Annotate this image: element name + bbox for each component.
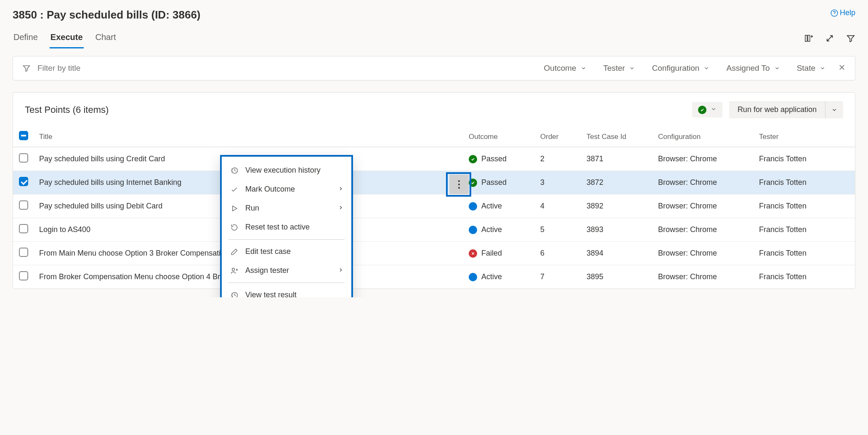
column-options-icon[interactable] xyxy=(804,34,813,45)
menu-item-label: Assign tester xyxy=(245,266,289,275)
menu-item-label: View test result xyxy=(245,291,297,297)
svg-point-5 xyxy=(458,187,460,189)
filter-chip-state[interactable]: State xyxy=(797,64,826,73)
row-order: 5 xyxy=(540,225,587,234)
help-label: Help xyxy=(840,8,855,17)
row-outcome: Passed xyxy=(481,155,507,163)
row-config: Browser: Chrome xyxy=(658,178,759,187)
svg-rect-1 xyxy=(805,35,807,41)
row-title: Pay scheduled bills using Debit Card xyxy=(39,202,162,211)
row-tester: Francis Totten xyxy=(759,225,843,234)
row-order: 6 xyxy=(540,249,587,258)
filter-title-input[interactable] xyxy=(37,63,536,73)
run-dropdown-button[interactable] xyxy=(825,101,843,118)
chevron-right-icon xyxy=(338,266,344,275)
row-outcome: Active xyxy=(481,202,502,211)
col-config[interactable]: Configuration xyxy=(658,133,759,141)
select-all-checkbox[interactable] xyxy=(19,131,28,140)
row-checkbox[interactable] xyxy=(19,200,28,210)
chevron-down-icon xyxy=(629,65,635,71)
help-link[interactable]: Help xyxy=(831,8,855,17)
svg-point-3 xyxy=(458,180,460,182)
row-outcome: Active xyxy=(481,225,502,234)
history-icon xyxy=(230,291,239,298)
row-order: 7 xyxy=(540,272,587,281)
col-title[interactable]: Title xyxy=(39,133,469,141)
filter-icon[interactable] xyxy=(846,34,855,45)
row-tester: Francis Totten xyxy=(759,272,843,281)
row-config: Browser: Chrome xyxy=(658,155,759,163)
active-icon xyxy=(469,273,477,281)
mark-outcome-button[interactable] xyxy=(692,102,722,117)
table-row[interactable]: From Broker Compensation Menu choose Opt… xyxy=(13,265,855,288)
menu-item-view-execution-history[interactable]: View execution history xyxy=(222,161,351,180)
col-outcome[interactable]: Outcome xyxy=(469,133,540,141)
row-tester: Francis Totten xyxy=(759,202,843,211)
check-icon xyxy=(230,185,239,194)
table-row[interactable]: From Main Menu choose Option 3 Broker Co… xyxy=(13,241,855,265)
menu-item-assign-tester[interactable]: Assign tester xyxy=(222,261,351,280)
row-checkbox[interactable] xyxy=(19,153,28,163)
menu-item-edit-test-case[interactable]: Edit test case xyxy=(222,242,351,261)
failed-icon xyxy=(469,249,477,258)
table-row[interactable]: Pay scheduled bills using Debit CardActi… xyxy=(13,194,855,218)
chevron-down-icon xyxy=(703,65,709,71)
row-config: Browser: Chrome xyxy=(658,249,759,258)
row-caseid: 3872 xyxy=(587,178,658,187)
row-caseid: 3892 xyxy=(587,202,658,211)
row-caseid: 3894 xyxy=(587,249,658,258)
assign-icon xyxy=(230,267,239,275)
panel-title: Test Points (6 items) xyxy=(25,104,109,115)
row-checkbox[interactable] xyxy=(19,271,28,280)
menu-item-label: View execution history xyxy=(245,166,321,175)
fullscreen-icon[interactable] xyxy=(825,34,834,45)
row-caseid: 3893 xyxy=(587,225,658,234)
tab-chart[interactable]: Chart xyxy=(95,30,117,48)
table-row[interactable]: Pay scheduled bills using Internet Banki… xyxy=(13,171,855,194)
menu-divider xyxy=(228,239,345,240)
passed-icon xyxy=(469,155,477,163)
menu-item-label: Mark Outcome xyxy=(245,185,295,194)
menu-item-label: Run xyxy=(245,204,259,213)
menu-divider xyxy=(228,283,345,283)
chevron-down-icon xyxy=(711,105,717,114)
row-title: Pay scheduled bills using Internet Banki… xyxy=(39,178,181,187)
row-config: Browser: Chrome xyxy=(658,225,759,234)
chevron-right-icon xyxy=(338,185,344,194)
row-order: 2 xyxy=(540,155,587,163)
row-config: Browser: Chrome xyxy=(658,272,759,281)
clear-filters-icon[interactable] xyxy=(838,64,846,73)
filter-chip-assigned-to[interactable]: Assigned To xyxy=(726,64,780,73)
menu-item-run[interactable]: Run xyxy=(222,199,351,218)
table-row[interactable]: Pay scheduled bills using Credit CardPas… xyxy=(13,147,855,171)
row-order: 3 xyxy=(540,178,587,187)
row-checkbox[interactable] xyxy=(19,248,28,257)
filter-chip-configuration[interactable]: Configuration xyxy=(652,64,709,73)
filter-bar: OutcomeTesterConfigurationAssigned ToSta… xyxy=(13,56,855,80)
row-tester: Francis Totten xyxy=(759,249,843,258)
svg-point-4 xyxy=(458,184,460,185)
row-checkbox[interactable] xyxy=(19,224,28,233)
test-points-panel: Test Points (6 items) Run for web applic… xyxy=(13,92,855,289)
filter-chip-tester[interactable]: Tester xyxy=(603,64,635,73)
col-tester[interactable]: Tester xyxy=(759,133,843,141)
filter-chip-outcome[interactable]: Outcome xyxy=(544,64,587,73)
col-caseid[interactable]: Test Case Id xyxy=(587,133,658,141)
menu-item-view-test-result[interactable]: View test result xyxy=(222,286,351,297)
tab-execute[interactable]: Execute xyxy=(50,30,84,48)
menu-item-mark-outcome[interactable]: Mark Outcome xyxy=(222,180,351,199)
row-caseid: 3895 xyxy=(587,272,658,281)
menu-item-label: Reset test to active xyxy=(245,223,310,232)
menu-item-label: Edit test case xyxy=(245,247,291,256)
tab-define[interactable]: Define xyxy=(13,30,39,48)
svg-point-7 xyxy=(232,268,235,270)
table-row[interactable]: Login to AS400Active53893Browser: Chrome… xyxy=(13,218,855,241)
row-outcome: Active xyxy=(481,272,502,281)
menu-item-reset-test-to-active[interactable]: Reset test to active xyxy=(222,218,351,237)
more-actions-button[interactable] xyxy=(449,175,469,194)
run-web-button[interactable]: Run for web application xyxy=(729,101,825,118)
row-checkbox[interactable] xyxy=(19,177,28,186)
row-config: Browser: Chrome xyxy=(658,202,759,211)
active-icon xyxy=(469,226,477,234)
col-order[interactable]: Order xyxy=(540,133,587,141)
